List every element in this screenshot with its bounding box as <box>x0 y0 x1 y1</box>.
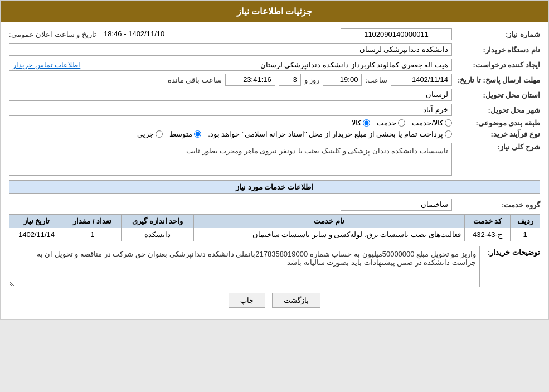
need-number-label: شماره نیاز: <box>456 30 540 38</box>
process-option2-label: متوسط <box>169 130 192 138</box>
creator-value-box: هیت اله جعفری کمالوند کاربرداز دانشکده د… <box>9 59 452 71</box>
announce-date-value: 1402/11/10 - 18:46 <box>100 28 168 40</box>
process-radio-bonds[interactable] <box>445 130 452 138</box>
city-value: خرم آباد <box>9 104 452 116</box>
category-radio-khedmat[interactable] <box>398 119 405 127</box>
deadline-time-value: 19:00 <box>323 74 362 86</box>
category-radio-kala[interactable] <box>363 119 370 127</box>
services-section-title: اطلاعات خدمات مورد نیاز <box>9 180 540 194</box>
process-option3-label: پرداخت تمام یا بخشی از مبلغ خریدار از مح… <box>208 130 443 138</box>
process-option-minor[interactable]: جزیی <box>137 130 163 138</box>
deadline-remaining-label: ساعت باقی مانده <box>168 76 222 84</box>
table-header-service-name: نام خدمت <box>194 215 464 228</box>
category-option2-label: خدمت <box>377 119 396 127</box>
category-label: طبقه بندی موضوعی: <box>456 119 540 127</box>
service-group-label: گروه خدمت: <box>456 201 540 209</box>
city-label: شهر محل تحویل: <box>456 106 540 114</box>
buyer-comments-textarea[interactable] <box>9 246 480 287</box>
table-header-row: ردیف <box>511 215 540 228</box>
process-radio-group: پرداخت تمام یا بخشی از مبلغ خریدار از مح… <box>137 130 452 138</box>
process-option-medium[interactable]: متوسط <box>169 130 201 138</box>
deadline-date-value: 1402/11/14 <box>391 74 452 86</box>
back-button[interactable]: بازگشت <box>272 293 320 308</box>
table-header-unit: واحد اندازه گیری <box>121 215 194 228</box>
process-option-bonds[interactable]: پرداخت تمام یا بخشی از مبلغ خریدار از مح… <box>208 130 452 138</box>
category-radio-kala-khedmat[interactable] <box>445 119 452 127</box>
category-option-kala-khedmat[interactable]: کالا/خدمت <box>412 119 452 127</box>
table-header-code: کد خدمت <box>464 215 511 228</box>
deadline-remaining-value: 23:41:16 <box>225 74 275 86</box>
process-radio-minor[interactable] <box>156 130 163 138</box>
action-buttons: بازگشت چاپ <box>9 293 540 308</box>
announce-date-label: تاریخ و ساعت اعلان عمومی: <box>9 30 96 38</box>
table-header-date: تاریخ نیاز <box>9 215 64 228</box>
page-title: جزئیات اطلاعات نیاز <box>237 7 313 16</box>
category-option3-label: کالا/خدمت <box>412 119 443 127</box>
description-label: شرح کلی نیاز: <box>456 143 540 151</box>
services-table: ردیف کد خدمت نام خدمت واحد اندازه گیری ت… <box>9 214 540 241</box>
process-radio-medium[interactable] <box>194 130 201 138</box>
creator-contact-link[interactable]: اطلاعات تماس خریدار <box>13 61 80 69</box>
category-option-khedmat[interactable]: خدمت <box>377 119 405 127</box>
deadline-label: مهلت ارسال پاسخ: تا تاریخ: <box>456 76 540 84</box>
creator-value: هیت اله جعفری کمالوند کاربرداز دانشکده د… <box>260 61 448 69</box>
deadline-time-label: ساعت: <box>365 76 387 84</box>
print-button[interactable]: چاپ <box>229 293 265 308</box>
service-group-value: ساختمان <box>341 199 452 211</box>
table-row: 1ج-43-432فعالیت‌های نصب تاسیسات برق، لول… <box>9 228 540 241</box>
page-header: جزئیات اطلاعات نیاز <box>1 1 548 22</box>
table-header-qty: تعداد / مقدار <box>64 215 121 228</box>
description-textarea[interactable] <box>9 143 452 176</box>
process-type-label: نوع فرآیند خرید: <box>456 130 540 138</box>
deadline-days-label: روز و <box>304 76 320 84</box>
province-label: استان محل تحویل: <box>456 91 540 99</box>
buyer-comments-label: توضیحات خریدار: <box>484 246 540 257</box>
province-value: لرستان <box>9 89 452 101</box>
creator-label: ایجاد کننده درخواست: <box>456 61 540 69</box>
category-option1-label: کالا <box>352 119 361 127</box>
buyer-org-value: دانشکده دندانپزشکی لرستان <box>9 43 452 56</box>
category-radio-group: کالا/خدمت خدمت کالا <box>352 119 452 127</box>
category-option-kala[interactable]: کالا <box>352 119 370 127</box>
deadline-days-value: 3 <box>279 74 301 86</box>
process-option1-label: جزیی <box>137 130 154 138</box>
need-number-value: 1102090140000011 <box>341 28 452 40</box>
buyer-org-label: نام دستگاه خریدار: <box>456 46 540 54</box>
